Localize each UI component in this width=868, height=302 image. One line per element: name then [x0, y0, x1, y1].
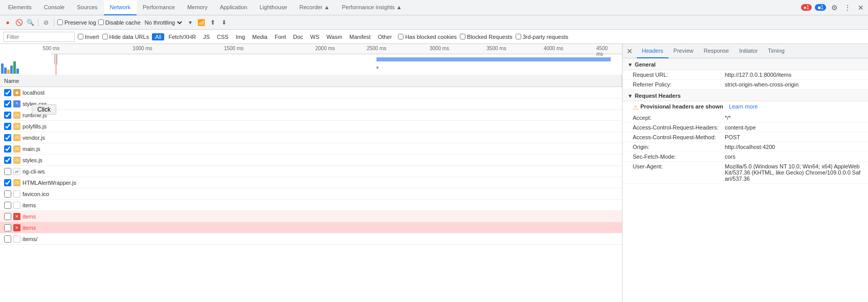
row-checkbox[interactable]	[4, 190, 11, 198]
close-icon[interactable]: ✕	[856, 3, 866, 13]
filter-type-doc[interactable]: Doc	[290, 33, 306, 40]
filter-type-all[interactable]: All	[152, 33, 164, 40]
filter-type-js[interactable]: JS	[200, 33, 213, 40]
tab-network[interactable]: Network	[104, 0, 137, 15]
tl-label-2500: 2500 ms	[367, 46, 386, 51]
filter-type-font[interactable]: Font	[272, 33, 289, 40]
disable-cache-input[interactable]	[98, 19, 104, 25]
invert-input[interactable]	[78, 34, 83, 39]
filter-input[interactable]	[3, 32, 75, 42]
has-blocked-input[interactable]	[398, 34, 404, 39]
row-checkbox[interactable]	[4, 202, 11, 209]
mini-bar-2	[4, 68, 7, 74]
filter-type-css[interactable]: CSS	[214, 33, 232, 40]
table-row[interactable]: JS runtime.js	[0, 110, 622, 121]
tab-recorder[interactable]: Recorder ▲	[293, 0, 336, 15]
tab-headers[interactable]: Headers	[637, 44, 669, 58]
tab-elements[interactable]: Elements	[2, 0, 38, 15]
table-row[interactable]: JS main.js	[0, 143, 622, 155]
table-row[interactable]: ⇌ ng-cli-ws	[0, 166, 622, 177]
click-button[interactable]: Click	[32, 104, 56, 115]
request-headers-section-header[interactable]: ▼ Request Headers	[622, 90, 868, 101]
tab-timing[interactable]: Timing	[763, 44, 790, 58]
tab-lighthouse[interactable]: Lighthouse	[253, 0, 293, 15]
filter-type-wasm[interactable]: Wasm	[323, 33, 345, 40]
row-checkbox[interactable]	[4, 145, 11, 153]
has-blocked-checkbox[interactable]: Has blocked cookies	[398, 34, 457, 40]
row-checkbox[interactable]	[4, 134, 11, 141]
details-close-btn[interactable]: ✕	[622, 44, 637, 58]
throttle-down-icon[interactable]: ▾	[186, 18, 195, 27]
file-name: localhost	[23, 90, 44, 96]
hide-data-urls-checkbox[interactable]: Hide data URLs	[102, 34, 149, 40]
preserve-log-checkbox[interactable]: Preserve log	[57, 19, 96, 26]
blocked-requests-input[interactable]	[460, 34, 465, 39]
more-icon[interactable]: ⋮	[842, 3, 853, 13]
blank-icon	[13, 202, 20, 209]
throttle-select[interactable]: No throttling	[143, 19, 184, 26]
table-row[interactable]: ✎ styles.css	[0, 98, 622, 110]
js-icon: JS	[13, 134, 20, 141]
row-checkbox[interactable]	[4, 157, 11, 164]
row-checkbox[interactable]	[4, 168, 11, 175]
file-name: ng-cli-ws	[23, 168, 44, 175]
table-row[interactable]: ■ localhost	[0, 87, 622, 98]
tab-preview[interactable]: Preview	[669, 44, 699, 58]
export-icon[interactable]: ⬇	[219, 18, 229, 27]
hide-data-urls-input[interactable]	[102, 34, 108, 39]
general-section-header[interactable]: ▼ General	[622, 58, 868, 70]
third-party-checkbox[interactable]: 3rd-party requests	[516, 34, 568, 40]
invert-checkbox[interactable]: Invert	[78, 34, 99, 40]
filter-icon[interactable]: ⊘	[41, 18, 51, 27]
preserve-log-input[interactable]	[57, 19, 63, 25]
table-row[interactable]: JS styles.js	[0, 155, 622, 166]
table-row[interactable]: JS vendor.js	[0, 132, 622, 143]
search-icon[interactable]: 🔍	[26, 18, 35, 27]
filter-type-fetch[interactable]: Fetch/XHR	[165, 33, 199, 40]
js-icon: JS	[13, 112, 20, 119]
row-checkbox[interactable]	[4, 123, 11, 130]
row-checkbox[interactable]	[4, 179, 11, 186]
table-row[interactable]: JS HTMLAlertWrapper.js	[0, 177, 622, 188]
row-checkbox[interactable]	[4, 100, 11, 107]
filter-type-img[interactable]: Img	[233, 33, 248, 40]
row-checkbox[interactable]	[4, 213, 11, 220]
table-row[interactable]: ✕ items	[0, 222, 622, 233]
tab-sources[interactable]: Sources	[71, 0, 103, 15]
filter-type-manifest[interactable]: Manifest	[346, 33, 374, 40]
filter-type-media[interactable]: Media	[249, 33, 271, 40]
tab-response[interactable]: Response	[699, 44, 735, 58]
row-checkbox[interactable]	[4, 235, 11, 243]
tl-label-4000: 4000 ms	[544, 46, 563, 51]
row-checkbox[interactable]	[4, 224, 11, 231]
wifi-icon[interactable]: 📶	[197, 18, 206, 27]
table-row[interactable]: items/	[0, 233, 622, 245]
tab-performance[interactable]: Performance	[137, 0, 181, 15]
accept-row: Accept: */*	[622, 113, 868, 123]
tab-initiator[interactable]: Initiator	[734, 44, 763, 58]
record-icon[interactable]: ●	[3, 18, 12, 27]
import-icon[interactable]: ⬆	[208, 18, 217, 27]
learn-more-link[interactable]: Learn more	[729, 103, 758, 110]
disable-cache-checkbox[interactable]: Disable cache	[98, 19, 141, 26]
clear-icon[interactable]: 🚫	[14, 18, 24, 27]
table-row[interactable]: ✕ items	[0, 211, 622, 222]
tl-label-1000: 1000 ms	[132, 46, 152, 51]
filter-type-ws[interactable]: WS	[307, 33, 323, 40]
file-list[interactable]: ■ localhost ✎ styles.css JS runtime.js	[0, 87, 622, 302]
blocked-requests-checkbox[interactable]: Blocked Requests	[460, 34, 513, 40]
tab-application[interactable]: Application	[214, 0, 254, 15]
settings-icon[interactable]: ⚙	[829, 3, 839, 13]
ws-icon: ⇌	[13, 168, 20, 175]
table-row[interactable]: items	[0, 200, 622, 211]
filter-type-other[interactable]: Other	[375, 33, 395, 40]
table-row[interactable]: JS polyfills.js	[0, 121, 622, 132]
tl-label-3000: 3000 ms	[430, 46, 449, 51]
tab-memory[interactable]: Memory	[181, 0, 214, 15]
row-checkbox[interactable]	[4, 112, 11, 119]
tab-console[interactable]: Console	[38, 0, 71, 15]
table-row[interactable]: favicon.ico	[0, 188, 622, 200]
tab-performance-insights[interactable]: Performance insights ▲	[336, 0, 408, 15]
third-party-input[interactable]	[516, 34, 521, 39]
row-checkbox[interactable]	[4, 89, 11, 96]
